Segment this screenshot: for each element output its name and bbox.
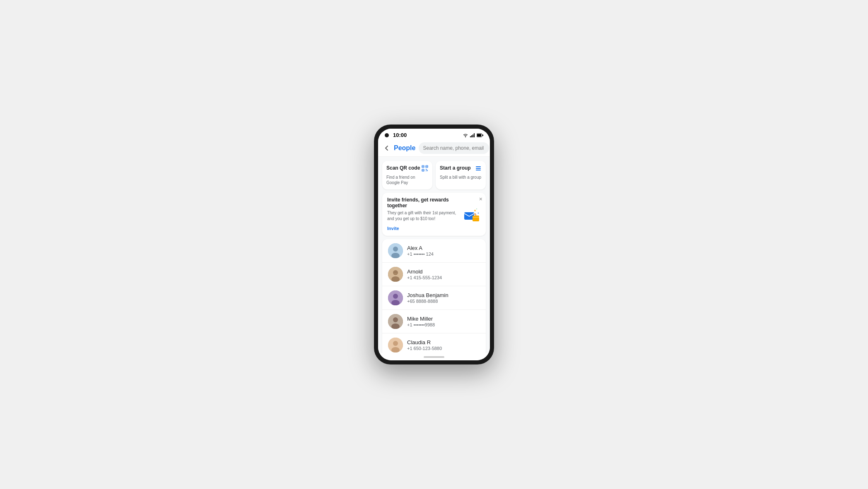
svg-rect-3 — [474, 133, 475, 137]
svg-rect-11 — [427, 166, 427, 167]
svg-rect-5 — [477, 134, 481, 137]
scan-qr-card[interactable]: Scan QR code — [382, 161, 432, 189]
search-input[interactable] — [419, 142, 489, 154]
avatar — [388, 338, 403, 352]
svg-point-28 — [393, 294, 398, 299]
page-title: People — [394, 144, 415, 152]
mike-avatar — [388, 314, 403, 329]
home-bar — [424, 356, 444, 358]
svg-point-34 — [393, 341, 398, 346]
promo-text: Invite friends, get rewards together The… — [387, 197, 458, 232]
contact-name: Joshua Benjamin — [407, 292, 480, 298]
contact-item[interactable]: Arnold +1 415-555-1234 — [382, 263, 486, 286]
svg-point-31 — [393, 317, 398, 322]
contact-info: Claudia R +1 650-123-5880 — [407, 339, 480, 351]
battery-icon — [477, 133, 483, 137]
contact-name: Claudia R — [407, 339, 480, 345]
status-icons — [463, 133, 483, 137]
back-button[interactable] — [383, 143, 391, 153]
wifi-icon — [463, 133, 468, 137]
svg-point-25 — [393, 270, 398, 275]
camera-notch — [385, 133, 389, 137]
contact-phone: +65 8888-8888 — [407, 299, 480, 304]
home-indicator — [378, 353, 490, 360]
svg-rect-2 — [473, 134, 473, 137]
promo-invite-link[interactable]: Invite — [387, 226, 399, 231]
promo-banner: Invite friends, get rewards together The… — [382, 193, 486, 236]
avatar — [388, 267, 403, 282]
svg-rect-1 — [471, 135, 472, 137]
group-list-icon — [475, 165, 482, 173]
svg-rect-15 — [476, 170, 481, 170]
svg-point-19 — [478, 213, 479, 214]
contact-phone: +1 650-123-5880 — [407, 346, 480, 351]
contact-info: Alex A +1 ••••••• 124 — [407, 245, 480, 256]
contact-info: Joshua Benjamin +65 8888-8888 — [407, 292, 480, 304]
svg-point-18 — [474, 210, 476, 211]
contact-item[interactable]: Joshua Benjamin +65 8888-8888 — [382, 286, 486, 310]
status-time: 10:00 — [393, 132, 407, 138]
contact-phone: +1 ••••••• 124 — [407, 252, 480, 256]
contact-item[interactable]: Mike Miller +1 •••••••9988 — [382, 310, 486, 333]
avatar — [388, 314, 403, 329]
scan-qr-desc: Find a friend on Google Pay — [386, 175, 428, 185]
contact-item[interactable]: Alex A +1 ••••••• 124 — [382, 239, 486, 263]
svg-point-20 — [476, 209, 477, 209]
phone-screen: 10:00 — [378, 129, 490, 360]
svg-rect-13 — [476, 166, 481, 167]
claudia-avatar — [388, 338, 403, 352]
svg-rect-14 — [476, 168, 481, 169]
contact-phone: +1 •••••••9988 — [407, 322, 480, 327]
contact-item[interactable]: Claudia R +1 650-123-5880 — [382, 333, 486, 353]
promo-title: Invite friends, get rewards together — [387, 197, 458, 209]
alex-avatar — [388, 243, 403, 258]
promo-illustration — [461, 197, 482, 232]
content-area: Scan QR code — [378, 157, 490, 353]
contact-name: Alex A — [407, 245, 480, 251]
contact-info: Arnold +1 415-555-1234 — [407, 268, 480, 280]
contact-phone: +1 415-555-1234 — [407, 275, 480, 280]
phone-frame: 10:00 — [374, 125, 494, 364]
joshua-avatar — [388, 290, 403, 305]
start-group-card[interactable]: Start a group Split a bill with a group — [436, 161, 486, 189]
contacts-list: Alex A +1 ••••••• 124 — [382, 239, 486, 353]
top-nav: People ⋮ — [378, 140, 490, 157]
svg-rect-12 — [423, 170, 424, 171]
avatar — [388, 243, 403, 258]
scan-qr-title: Scan QR code — [386, 165, 420, 171]
arnold-avatar — [388, 267, 403, 282]
qr-icon — [422, 165, 428, 173]
contact-name: Mike Miller — [407, 316, 480, 322]
svg-point-22 — [393, 247, 398, 252]
promo-close-button[interactable]: × — [479, 196, 482, 202]
start-group-desc: Split a bill with a group — [440, 175, 482, 180]
svg-rect-17 — [473, 216, 479, 221]
promo-image — [461, 204, 482, 225]
signal-icon — [470, 133, 475, 137]
status-bar: 10:00 — [378, 129, 490, 140]
avatar — [388, 290, 403, 305]
svg-rect-6 — [482, 134, 483, 136]
start-group-title: Start a group — [440, 165, 471, 171]
action-cards: Scan QR code — [378, 157, 490, 193]
contact-info: Mike Miller +1 •••••••9988 — [407, 316, 480, 327]
svg-rect-0 — [470, 136, 471, 137]
svg-rect-10 — [423, 166, 424, 167]
promo-description: They get a gift with their 1st payment, … — [387, 210, 458, 222]
contact-name: Arnold — [407, 268, 480, 275]
